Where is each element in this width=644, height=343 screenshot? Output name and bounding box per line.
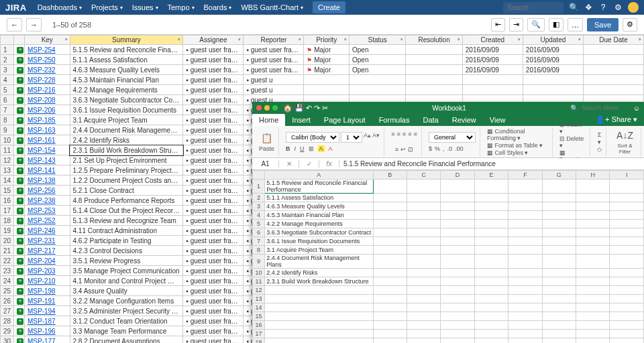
summary-cell[interactable]: 4.8 Produce Performance Reports (70, 196, 183, 206)
percent[interactable]: % (435, 145, 440, 152)
cell-I13[interactable] (610, 295, 644, 303)
cell-B5[interactable] (373, 220, 407, 228)
cell-C8[interactable] (407, 246, 440, 255)
summary-cell[interactable]: 3.4 Assure Quality (70, 286, 183, 296)
cell-G7[interactable] (542, 237, 576, 246)
cell-A14[interactable] (265, 303, 373, 312)
key-cell[interactable]: MSP-228 (25, 75, 70, 85)
add-cell[interactable]: + (14, 145, 25, 155)
cell-H10[interactable] (576, 269, 610, 277)
summary-cell[interactable]: 3.3 Manage Team Performance (70, 326, 183, 336)
add-icon[interactable]: + (17, 298, 23, 305)
summary-cell[interactable]: 3.1.2 Conduct Team Orientation (70, 316, 183, 326)
assignee-cell[interactable]: ▪ guest user france (183, 326, 244, 336)
assignee-cell[interactable]: ▪ guest user france (183, 256, 244, 266)
summary-cell[interactable]: 5.1.5 Review and Reconcile Financial (70, 45, 183, 55)
cell-C17[interactable] (407, 330, 440, 338)
excel-col-G[interactable]: G (542, 171, 576, 180)
cell-D3[interactable] (441, 202, 474, 211)
save-button[interactable]: Save (587, 18, 619, 31)
cell-G5[interactable] (542, 220, 576, 228)
issue-link[interactable]: MSP-196 (28, 328, 56, 335)
key-cell[interactable]: MSP-204 (25, 256, 70, 266)
cell-E10[interactable] (474, 269, 508, 277)
add-icon[interactable]: + (17, 238, 23, 245)
key-cell[interactable]: MSP-246 (25, 226, 70, 236)
excel-col-E[interactable]: E (474, 171, 508, 180)
add-icon[interactable]: + (17, 268, 23, 275)
cell-H4[interactable] (576, 211, 610, 220)
issue-link[interactable]: MSP-163 (28, 127, 56, 134)
cell-F12[interactable] (508, 286, 542, 295)
name-box[interactable]: A1 (252, 160, 279, 167)
cell-D6[interactable] (441, 228, 474, 237)
cell-G18[interactable] (542, 338, 576, 344)
search-icon[interactable]: 🔍 (569, 3, 578, 12)
cell-F4[interactable] (508, 211, 542, 220)
summary-cell[interactable]: 5.1.1 Assess Satisfaction (70, 55, 183, 65)
cell-E15[interactable] (474, 312, 508, 321)
cell-E11[interactable] (474, 277, 508, 286)
cell-G6[interactable] (542, 228, 576, 237)
currency[interactable]: $ (429, 145, 432, 152)
cell-E3[interactable] (474, 202, 508, 211)
tab-data[interactable]: Data (416, 114, 445, 126)
cell-H13[interactable] (576, 295, 610, 303)
add-cell[interactable]: + (14, 246, 25, 256)
col-idx[interactable] (14, 36, 25, 45)
add-cell[interactable]: + (14, 95, 25, 105)
cell-I7[interactable] (610, 237, 644, 246)
cell-E12[interactable] (474, 286, 508, 295)
assignee-cell[interactable]: ▪ guest user france (183, 176, 244, 186)
cell-A9[interactable]: 2.4.4 Document Risk Management Plans (265, 255, 373, 269)
cell-F14[interactable] (508, 303, 542, 312)
summary-cell[interactable]: 4.2.3 Control Decisions (70, 246, 183, 256)
assignee-cell[interactable]: ▪ guest user france (183, 246, 244, 256)
excel-sheet[interactable]: ABCDEFGHI15.1.5 Review and Reconcile Fin… (252, 170, 644, 343)
summary-cell[interactable]: 3.6.3 Negotiate Subcontractor Contract (70, 95, 183, 105)
assignee-cell[interactable]: ▪ guest user france (183, 266, 244, 276)
excel-rownum[interactable]: 6 (253, 228, 265, 237)
excel-rownum[interactable]: 11 (253, 277, 265, 286)
cell-A15[interactable] (265, 312, 373, 321)
add-icon[interactable]: + (17, 87, 23, 94)
key-cell[interactable]: MSP-163 (25, 125, 70, 135)
number-format[interactable]: General (429, 132, 476, 143)
key-cell[interactable]: MSP-216 (25, 85, 70, 95)
add-icon[interactable]: + (17, 188, 23, 194)
cell-C16[interactable] (407, 321, 440, 330)
issue-link[interactable]: MSP-185 (28, 117, 56, 124)
assignee-cell[interactable]: ▪ guest user france (183, 95, 244, 105)
summary-cell[interactable]: 4.2.2 Manage Requirements (70, 85, 183, 95)
cell-G14[interactable] (542, 303, 576, 312)
assignee-cell[interactable]: ▪ guest user france (183, 125, 244, 135)
cell-G8[interactable] (542, 246, 576, 255)
summary-cell[interactable]: 5.1.4 Close Out the Project Records (70, 206, 183, 216)
cell-C11[interactable] (407, 277, 440, 286)
assignee-cell[interactable]: ▪ guest user france (183, 115, 244, 125)
tool-fit[interactable]: ◧ (549, 18, 564, 31)
cell-D16[interactable] (441, 321, 474, 330)
cell-styles[interactable]: ▦ Cell Styles ▾ (487, 149, 529, 156)
issue-link[interactable]: MSP-204 (28, 257, 56, 265)
add-cell[interactable]: + (14, 316, 25, 326)
summary-cell[interactable]: 2.8.2 Document Assumptions (70, 336, 183, 344)
forward-button[interactable]: → (26, 18, 42, 31)
delete-cell[interactable]: ⊟ Delete ▾ (559, 135, 586, 149)
cell-C3[interactable] (407, 202, 440, 211)
cell-B1[interactable] (373, 180, 407, 194)
issue-link[interactable]: MSP-208 (28, 96, 56, 104)
add-cell[interactable]: + (14, 105, 25, 115)
cell-C5[interactable] (407, 220, 440, 228)
add-icon[interactable]: + (17, 107, 23, 114)
cell-B4[interactable] (373, 211, 407, 220)
sheet-search[interactable] (582, 105, 629, 111)
col-Resolution[interactable]: Resolution▾ (406, 36, 462, 45)
align-right[interactable]: ≡ (395, 146, 398, 153)
cell-I6[interactable] (610, 228, 644, 237)
gear-icon[interactable]: ⚙ (613, 3, 623, 12)
assignee-cell[interactable]: ▪ guest user france (183, 105, 244, 115)
key-cell[interactable]: MSP-198 (25, 286, 70, 296)
issue-link[interactable]: MSP-194 (28, 307, 56, 315)
add-icon[interactable]: + (17, 328, 23, 335)
